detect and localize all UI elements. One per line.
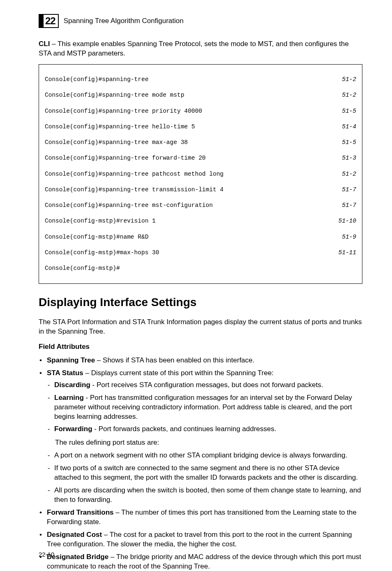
header-section-title: Spanning Tree Algorithm Configuration (64, 16, 184, 26)
sub-text: - Port receives STA configuration messag… (90, 381, 323, 389)
rule-item: If two ports of a switch are connected t… (47, 464, 362, 483)
cli-text: – This example enables Spanning Tree Pro… (39, 40, 349, 57)
console-left: Console(config-mstp)#revision 1 (45, 217, 156, 225)
attr-spanning-tree: Spanning Tree – Shows if STA has been en… (39, 356, 362, 365)
sub-bold: Discarding (54, 381, 90, 389)
chapter-badge: 22 (39, 14, 59, 28)
sub-bold: Learning (54, 394, 84, 402)
rule-text: A port on a network segment with no othe… (54, 451, 347, 459)
console-line: Console(config)#spanning-tree transmissi… (45, 186, 356, 194)
page-header: 22 Spanning Tree Algorithm Configuration (39, 14, 362, 28)
page-number: 22-10 (39, 550, 54, 559)
console-ref: 51-2 (333, 91, 356, 99)
cli-label: CLI (39, 40, 50, 48)
attr-sta-status: STA Status – Displays current state of t… (39, 369, 362, 505)
rule-text: If two ports of a switch are connected t… (54, 464, 358, 481)
sub-discarding: Discarding - Port receives STA configura… (47, 381, 362, 390)
console-line: Console(config)#spanning-tree priority 4… (45, 107, 356, 115)
attr-bold: Designated Cost (47, 531, 102, 539)
sub-text: - Port forwards packets, and continues l… (92, 425, 277, 433)
console-ref: 51-2 (333, 170, 356, 178)
console-output: Console(config)#spanning-tree51-2 Consol… (39, 64, 362, 284)
console-line: Console(config)#spanning-tree pathcost m… (45, 170, 356, 178)
rules-intro: The rules defining port status are: (55, 438, 362, 448)
console-line: Console(config-mstp)# (45, 265, 356, 272)
console-ref: 51-10 (333, 217, 356, 225)
attr-designated-cost: Designated Cost – The cost for a packet … (39, 530, 362, 549)
console-line: Console(config-mstp)#name R&D51-9 (45, 233, 356, 241)
rule-item: All ports are discarding when the switch… (47, 486, 362, 505)
console-line: Console(config)#spanning-tree hello-time… (45, 123, 356, 131)
console-line: Console(config-mstp)#revision 151-10 (45, 217, 356, 225)
console-ref (333, 265, 356, 272)
sub-text: - Port has transmitted configuration mes… (54, 394, 352, 420)
sub-learning: Learning - Port has transmitted configur… (47, 393, 362, 422)
console-line: Console(config-mstp)#max-hops 3051-11 (45, 249, 356, 257)
intro-paragraph: CLI – This example enables Spanning Tree… (39, 39, 362, 58)
sub-forwarding: Forwarding - Port forwards packets, and … (47, 425, 362, 434)
console-ref: 51-5 (333, 139, 356, 146)
attr-bold: STA Status (47, 369, 83, 377)
rules-list: A port on a network segment with no othe… (47, 451, 362, 505)
console-line: Console(config)#spanning-tree forward-ti… (45, 154, 356, 162)
console-ref: 51-11 (333, 249, 356, 257)
console-left: Console(config)#spanning-tree hello-time… (45, 123, 195, 131)
console-left: Console(config-mstp)# (45, 265, 120, 272)
console-left: Console(config)#spanning-tree forward-ti… (45, 154, 206, 162)
rule-text: All ports are discarding when the switch… (54, 486, 361, 504)
console-left: Console(config)#spanning-tree max-age 38 (45, 139, 188, 146)
console-left: Console(config)#spanning-tree priority 4… (45, 107, 202, 115)
console-ref: 51-4 (333, 123, 356, 131)
console-left: Console(config)#spanning-tree mst-config… (45, 202, 213, 209)
console-ref: 51-7 (333, 202, 356, 209)
attr-forward-transitions: Forward Transitions – The number of time… (39, 508, 362, 527)
attr-text: – Displays current state of this port wi… (83, 369, 274, 377)
console-left: Console(config)#spanning-tree pathcost m… (45, 170, 224, 178)
rule-item: A port on a network segment with no othe… (47, 451, 362, 460)
console-left: Console(config-mstp)#max-hops 30 (45, 249, 159, 257)
attributes-list: Spanning Tree – Shows if STA has been en… (39, 356, 362, 571)
attr-bold: Designated Bridge (47, 553, 108, 561)
chapter-stripe (39, 15, 44, 27)
console-line: Console(config)#spanning-tree mst-config… (45, 202, 356, 209)
sta-status-sublist: Discarding - Port receives STA configura… (47, 381, 362, 434)
console-ref: 51-7 (333, 186, 356, 194)
console-left: Console(config-mstp)#name R&D (45, 233, 148, 241)
console-ref: 51-2 (333, 76, 356, 84)
attr-bold: Forward Transitions (47, 508, 113, 516)
section-heading: Displaying Interface Settings (39, 295, 362, 310)
console-left: Console(config)#spanning-tree (45, 76, 148, 84)
console-line: Console(config)#spanning-tree51-2 (45, 76, 356, 84)
section-intro: The STA Port Information and STA Trunk I… (39, 318, 362, 337)
console-line: Console(config)#spanning-tree mode mstp5… (45, 91, 356, 99)
console-left: Console(config)#spanning-tree transmissi… (45, 186, 224, 194)
console-ref: 51-5 (333, 107, 356, 115)
sub-bold: Forwarding (54, 425, 92, 433)
console-ref: 51-9 (333, 233, 356, 241)
attr-designated-bridge: Designated Bridge – The bridge priority … (39, 552, 362, 571)
attr-text: – Shows if STA has been enabled on this … (95, 356, 254, 364)
console-line: Console(config)#spanning-tree max-age 38… (45, 139, 356, 146)
attr-bold: Spanning Tree (47, 356, 95, 364)
field-attributes-label: Field Attributes (39, 342, 362, 352)
console-ref: 51-3 (333, 154, 356, 162)
chapter-number: 22 (44, 14, 58, 28)
console-left: Console(config)#spanning-tree mode mstp (45, 91, 184, 99)
